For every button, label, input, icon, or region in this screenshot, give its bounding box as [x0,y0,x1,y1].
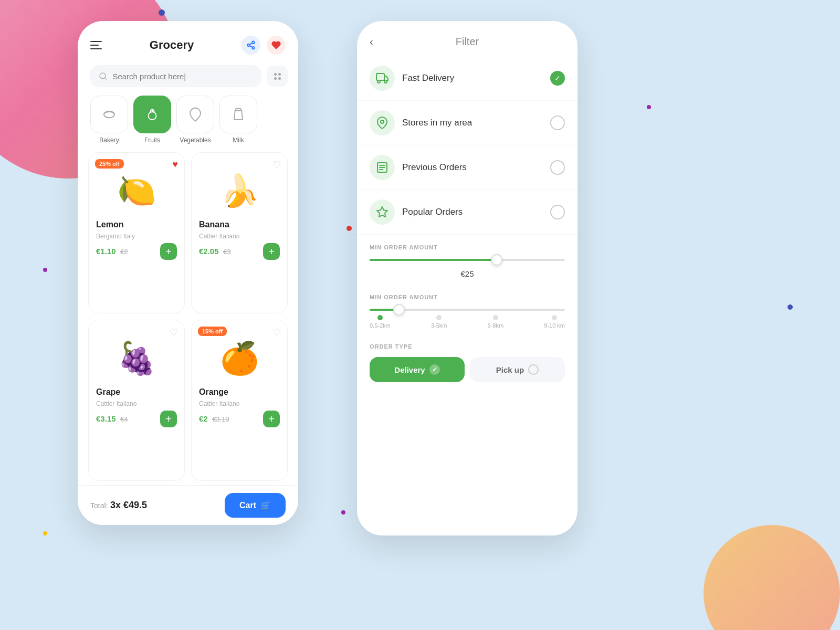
search-input-wrap[interactable] [90,65,261,87]
search-bar [78,65,298,87]
pickup-button[interactable]: Pick up [470,357,565,382]
distance-label: MIN ORDER AMOUNT [370,294,565,300]
bakery-label: Bakery [99,136,119,144]
grape-old-price: €4 [120,415,128,423]
stores-area-radio[interactable] [550,116,565,130]
dot-4 [346,226,352,231]
products-grid: 25% off ♥ 🍋 Lemon Bergamo Italy €1.10 €2… [78,148,298,485]
distance-dots-row: 0.5-2km 3-5km 6-8km 9-10 km [370,315,565,329]
lemon-add-button[interactable]: + [160,243,177,260]
milk-label: Milk [233,136,244,144]
product-orange: 15% off ♡ 🍊 Orange Cattier Italiano €2 €… [191,320,288,481]
lemon-price-row: €1.10 €2 + [96,243,177,260]
orange-prices: €2 €3.10 [199,414,229,424]
orange-price-row: €2 €3.10 + [199,411,280,427]
category-bakery[interactable]: Bakery [90,96,128,144]
filter-dots-button[interactable] [267,66,288,87]
bakery-icon [90,96,128,133]
grape-name: Grape [96,387,177,397]
lemon-prices: €1.10 €2 [96,247,128,256]
categories-row: Bakery Fruits Vegetables [78,91,298,148]
orange-favorite[interactable]: ♡ [272,327,281,338]
previous-orders-radio[interactable] [550,160,565,175]
cart-button-label: Cart [239,501,256,510]
dot-1 [159,9,165,16]
dist-label-2: 6-8km [488,322,504,329]
svg-point-7 [149,112,156,120]
dot-6 [647,105,651,109]
filter-popular-orders[interactable]: Popular Orders [357,190,578,235]
grape-add-button[interactable]: + [160,411,177,427]
cart-total-value: 3x €49.5 [110,500,147,510]
header-icons [242,36,286,55]
cart-total-label: Total: [90,501,108,510]
orange-origin: Cattier Italiano [199,400,280,407]
dist-dot-0 [377,315,383,320]
svg-rect-9 [376,74,384,80]
filter-title: Filter [456,36,479,48]
lemon-origin: Bergamo Italy [96,233,177,240]
banana-prices: €2.05 €3 [199,247,230,256]
cart-button[interactable]: Cart 🛒 [225,493,286,518]
grape-favorite[interactable]: ♡ [170,327,178,338]
product-banana: ♡ 🍌 Banana Cattier Italiano €2.05 €3 + [191,152,288,313]
min-order-thumb[interactable] [491,254,502,266]
svg-point-10 [377,80,380,83]
delivery-button[interactable]: Delivery ✓ [370,357,465,382]
stores-area-label: Stores in my area [402,118,543,128]
svg-point-11 [384,80,387,83]
search-input[interactable] [112,72,253,81]
banana-name: Banana [199,220,280,229]
banana-old-price: €3 [223,248,230,256]
distance-section: MIN ORDER AMOUNT 0.5-2km 3-5km 6-8km 9-1… [357,285,578,335]
fast-delivery-radio[interactable]: ✓ [550,71,565,86]
milk-icon [219,96,257,133]
delivery-label: Delivery [394,365,425,374]
dist-2: 6-8km [488,315,504,329]
distance-slider[interactable] [370,309,565,311]
fruits-icon [133,96,171,133]
back-button[interactable]: ‹ [370,36,373,48]
banana-add-button[interactable]: + [263,243,280,260]
cart-bar: Total: 3x €49.5 Cart 🛒 [78,485,298,525]
category-milk[interactable]: Milk [219,96,257,144]
orange-old-price: €3.10 [212,415,229,423]
dist-dot-1 [436,315,442,320]
grape-prices: €3.15 €4 [96,414,128,424]
distance-thumb[interactable] [393,304,405,316]
dist-dot-2 [493,315,498,320]
dist-label-1: 3-5km [431,322,447,329]
app-title: Grocery [150,38,194,52]
dist-1: 3-5km [431,315,447,329]
min-order-fill [370,259,497,261]
vegetables-icon [176,96,214,133]
category-fruits[interactable]: Fruits [133,96,171,144]
favorites-button[interactable] [267,36,286,55]
svg-line-3 [249,46,252,47]
min-order-label: MIN ORDER AMOUNT [370,244,565,250]
lemon-old-price: €2 [120,248,128,256]
filter-stores-area[interactable]: Stores in my area [357,101,578,145]
filter-fast-delivery[interactable]: Fast Delivery ✓ [357,56,578,101]
filter-previous-orders[interactable]: Previous Orders [357,145,578,190]
orange-badge: 15% off [198,327,227,336]
banana-price-row: €2.05 €3 + [199,243,280,260]
location-pin-icon [376,117,388,129]
search-icon [99,71,107,81]
filter-header: ‹ Filter [357,21,578,56]
category-vegetables[interactable]: Vegetables [176,96,214,144]
grape-image: 🍇 [96,332,177,384]
dot-2 [43,268,47,272]
share-button[interactable] [242,36,260,55]
previous-orders-icon-circle [370,155,395,180]
dist-dot-3 [552,315,557,320]
orange-add-button[interactable]: + [263,411,280,427]
min-order-slider[interactable] [370,259,565,261]
lemon-favorite[interactable]: ♥ [172,159,178,170]
menu-icon[interactable] [90,41,102,49]
dist-label-3: 9-10 km [544,322,565,329]
banana-favorite[interactable]: ♡ [272,159,281,171]
pickup-label: Pick up [496,365,524,374]
popular-orders-radio[interactable] [550,205,565,219]
dot-7 [788,304,793,310]
